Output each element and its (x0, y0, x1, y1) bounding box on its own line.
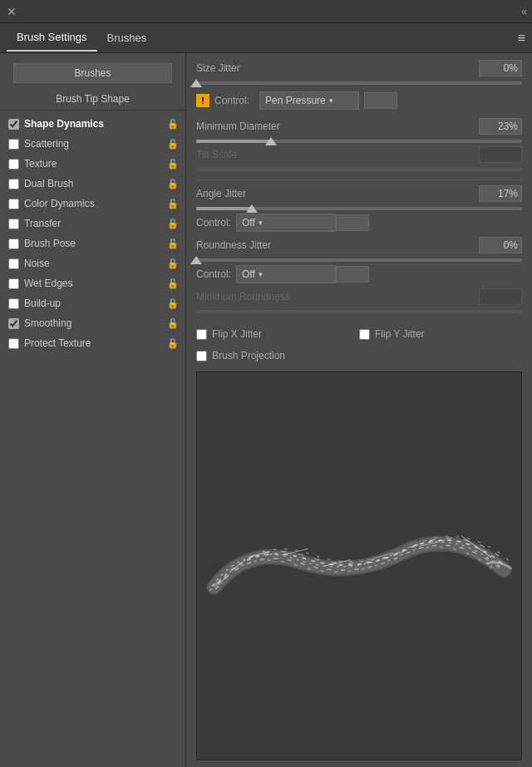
control1-row: ! Control: Pen Pressure ▾ (196, 88, 522, 113)
flip-y-jitter-checkbox[interactable] (359, 329, 370, 340)
sidebar-item-label: Color Dynamics (24, 198, 167, 209)
brushes-button[interactable]: Brushes (13, 63, 172, 83)
size-jitter-value[interactable] (479, 60, 522, 76)
protect-texture-checkbox[interactable] (8, 338, 19, 349)
tabs-bar: Brush Settings Brushes ≡ (0, 23, 532, 53)
lock-icon: 🔓 (167, 258, 179, 269)
lock-icon: 🔓 (167, 298, 179, 309)
lock-icon: 🔓 (167, 199, 179, 209)
warning-icon: ! (196, 94, 209, 107)
brush-projection-checkbox[interactable] (196, 351, 207, 361)
brush-tip-shape-label: Brush Tip Shape (0, 90, 185, 111)
sidebar-item-label: Dual Brush (24, 178, 167, 189)
dual-brush-checkbox[interactable] (8, 179, 19, 189)
minimum-roundness-value[interactable] (479, 288, 522, 305)
lock-icon: 🔓 (167, 179, 179, 189)
chevron-down-icon: ▾ (259, 270, 263, 278)
chevron-down-icon: ▾ (329, 96, 333, 105)
sidebar-item-wet-edges[interactable]: Wet Edges 🔓 (0, 273, 185, 293)
tab-menu-icon[interactable]: ≡ (518, 31, 525, 46)
sidebar-item-label: Protect Texture (24, 337, 167, 349)
flip-x-jitter-checkbox[interactable] (196, 329, 207, 340)
control1-extra-input[interactable] (364, 92, 397, 109)
sidebar-item-transfer[interactable]: Transfer 🔓 (0, 214, 185, 234)
control2-dropdown-value: Off (242, 217, 255, 229)
chevron-down-icon: ▾ (259, 219, 263, 227)
sidebar-item-label: Smoothing (24, 317, 167, 329)
tilt-scale-value[interactable] (479, 146, 522, 163)
size-jitter-slider[interactable] (196, 81, 522, 85)
roundness-jitter-label: Roundness Jitter (196, 239, 479, 251)
color-dynamics-checkbox[interactable] (8, 199, 19, 209)
brush-projection-label: Brush Projection (212, 350, 285, 361)
control3-dropdown[interactable]: Off ▾ (236, 265, 336, 283)
size-jitter-row: Size Jitter (196, 60, 522, 76)
sidebar-item-label: Texture (24, 158, 167, 170)
lock-icon: 🔓 (167, 318, 179, 329)
brush-pose-checkbox[interactable] (8, 238, 19, 249)
sidebar-item-label: Scattering (24, 138, 167, 150)
sidebar-item-smoothing[interactable]: Smoothing 🔓 (0, 313, 185, 333)
lock-icon: 🔓 (167, 238, 179, 249)
control1-dropdown[interactable]: Pen Pressure ▾ (259, 91, 359, 110)
lock-icon: 🔓 (167, 338, 179, 349)
sidebar-item-label: Transfer (24, 218, 167, 229)
sidebar-item-dual-brush[interactable]: Dual Brush 🔓 (0, 174, 185, 194)
sidebar-item-shape-dynamics[interactable]: Shape Dynamics 🔓 (0, 114, 185, 134)
control2-extra-input[interactable] (336, 214, 369, 231)
minimum-diameter-slider[interactable] (196, 140, 522, 143)
tab-brushes[interactable]: Brushes (97, 25, 157, 51)
control3-extra-input[interactable] (336, 266, 369, 283)
sidebar-item-scattering[interactable]: Scattering 🔓 (0, 134, 185, 154)
brush-projection-row: Brush Projection (196, 347, 522, 365)
sidebar-item-protect-texture[interactable]: Protect Texture 🔓 (0, 333, 185, 353)
noise-checkbox[interactable] (8, 258, 19, 269)
build-up-checkbox[interactable] (8, 298, 19, 309)
roundness-jitter-value[interactable] (479, 237, 522, 253)
tilt-scale-row: Tilt Scale (196, 146, 522, 163)
tilt-scale-slider (196, 168, 522, 171)
sidebar-item-label: Shape Dynamics (24, 118, 167, 130)
minimum-roundness-slider (196, 310, 522, 313)
smoothing-checkbox[interactable] (8, 318, 19, 329)
shape-dynamics-checkbox[interactable] (8, 119, 19, 130)
control3-dropdown-value: Off (242, 268, 255, 280)
lock-icon: 🔓 (167, 219, 179, 229)
angle-jitter-label: Angle Jitter (196, 188, 479, 199)
tilt-scale-label: Tilt Scale (196, 149, 479, 160)
sidebar-item-color-dynamics[interactable]: Color Dynamics 🔓 (0, 194, 185, 214)
sidebar-item-brush-pose[interactable]: Brush Pose 🔓 (0, 234, 185, 253)
roundness-jitter-slider[interactable] (196, 258, 522, 262)
angle-jitter-slider[interactable] (196, 207, 522, 210)
size-jitter-label: Size Jitter (196, 62, 479, 74)
roundness-jitter-row: Roundness Jitter (196, 237, 522, 253)
minimum-roundness-label: Minimum Roundness (196, 291, 479, 302)
tab-brush-settings[interactable]: Brush Settings (7, 24, 97, 52)
angle-jitter-value[interactable] (479, 185, 522, 202)
minimum-roundness-row: Minimum Roundness (196, 288, 522, 305)
sidebar-item-label: Wet Edges (24, 278, 167, 289)
flip-x-jitter-row: Flip X Jitter (196, 325, 359, 343)
sidebar-item-build-up[interactable]: Build-up 🔓 (0, 293, 185, 313)
divider1 (196, 179, 522, 180)
brush-preview (196, 371, 522, 760)
minimum-diameter-value[interactable] (479, 118, 522, 135)
collapse-icon[interactable]: « (521, 6, 525, 17)
lock-icon: 🔓 (167, 159, 179, 170)
control1-label: Control: (214, 95, 249, 106)
close-icon[interactable]: ✕ (7, 5, 17, 18)
lock-icon: 🔓 (167, 278, 179, 289)
flip-y-jitter-row: Flip Y Jitter (359, 325, 522, 343)
right-panel: Size Jitter ! Control: Pen Pressure ▾ Mi… (186, 53, 532, 767)
sidebar-item-label: Brush Pose (24, 238, 167, 249)
minimum-diameter-row: Minimum Diameter (196, 118, 522, 135)
sidebar-item-label: Noise (24, 258, 167, 269)
texture-checkbox[interactable] (8, 159, 19, 170)
control2-dropdown[interactable]: Off ▾ (236, 214, 336, 232)
flip-x-jitter-label: Flip X Jitter (212, 328, 262, 340)
scattering-checkbox[interactable] (8, 139, 19, 150)
transfer-checkbox[interactable] (8, 219, 19, 229)
sidebar-item-texture[interactable]: Texture 🔓 (0, 154, 185, 174)
sidebar-item-noise[interactable]: Noise 🔓 (0, 253, 185, 273)
wet-edges-checkbox[interactable] (8, 278, 19, 289)
